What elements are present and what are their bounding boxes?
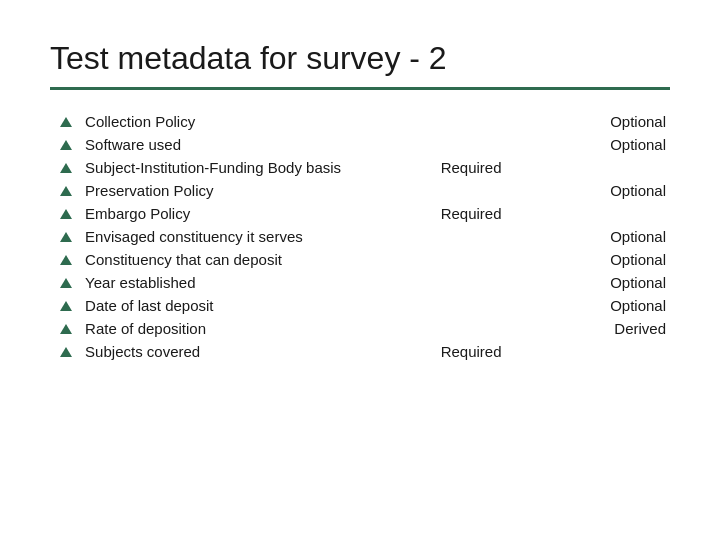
bullet-icon	[50, 133, 81, 156]
row-label: Subject-Institution-Funding Body basis	[81, 156, 437, 179]
table-row: Rate of depositionDerived	[50, 317, 670, 340]
row-optional: Derived	[548, 317, 670, 340]
table-row: Collection PolicyOptional	[50, 110, 670, 133]
row-label: Collection Policy	[81, 110, 437, 133]
table-row: Date of last depositOptional	[50, 294, 670, 317]
bullet-icon	[50, 225, 81, 248]
row-optional: Optional	[548, 271, 670, 294]
row-required	[437, 271, 548, 294]
row-optional: Optional	[548, 225, 670, 248]
row-required: Required	[437, 156, 548, 179]
table-row: Preservation PolicyOptional	[50, 179, 670, 202]
row-label: Envisaged constituency it serves	[81, 225, 437, 248]
row-label: Rate of deposition	[81, 317, 437, 340]
slide-title: Test metadata for survey - 2	[50, 40, 670, 77]
bullet-icon	[50, 340, 81, 363]
row-optional	[548, 202, 670, 225]
bullet-icon	[50, 179, 81, 202]
row-optional	[548, 340, 670, 363]
row-required	[437, 179, 548, 202]
row-required: Required	[437, 202, 548, 225]
row-label: Date of last deposit	[81, 294, 437, 317]
row-required	[437, 225, 548, 248]
row-label: Subjects covered	[81, 340, 437, 363]
row-required	[437, 248, 548, 271]
slide: Test metadata for survey - 2 Collection …	[0, 0, 720, 540]
bullet-icon	[50, 317, 81, 340]
row-optional: Optional	[548, 110, 670, 133]
row-label: Preservation Policy	[81, 179, 437, 202]
row-label: Embargo Policy	[81, 202, 437, 225]
bullet-icon	[50, 271, 81, 294]
row-label: Constituency that can deposit	[81, 248, 437, 271]
divider	[50, 87, 670, 90]
table-row: Year establishedOptional	[50, 271, 670, 294]
bullet-icon	[50, 156, 81, 179]
table-row: Envisaged constituency it servesOptional	[50, 225, 670, 248]
row-required	[437, 110, 548, 133]
table-row: Subjects coveredRequired	[50, 340, 670, 363]
table-row: Software usedOptional	[50, 133, 670, 156]
table-row: Subject-Institution-Funding Body basisRe…	[50, 156, 670, 179]
row-required	[437, 317, 548, 340]
row-required	[437, 294, 548, 317]
table-row: Embargo PolicyRequired	[50, 202, 670, 225]
row-optional: Optional	[548, 294, 670, 317]
bullet-icon	[50, 110, 81, 133]
row-label: Software used	[81, 133, 437, 156]
table-row: Constituency that can depositOptional	[50, 248, 670, 271]
bullet-icon	[50, 248, 81, 271]
bullet-icon	[50, 202, 81, 225]
metadata-table: Collection PolicyOptionalSoftware usedOp…	[50, 110, 670, 363]
row-required	[437, 133, 548, 156]
row-optional: Optional	[548, 248, 670, 271]
row-optional	[548, 156, 670, 179]
row-optional: Optional	[548, 133, 670, 156]
bullet-icon	[50, 294, 81, 317]
row-required: Required	[437, 340, 548, 363]
row-label: Year established	[81, 271, 437, 294]
row-optional: Optional	[548, 179, 670, 202]
